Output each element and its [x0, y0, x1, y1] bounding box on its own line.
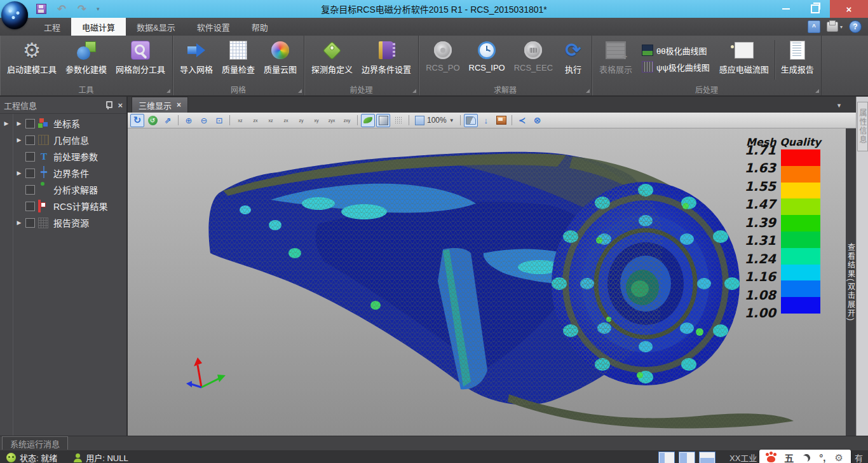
group-expand-icon[interactable] — [815, 89, 819, 93]
rcs-po-button[interactable]: RCS_PO — [421, 38, 464, 74]
quality-contour-button[interactable]: 质量云图 — [259, 38, 301, 76]
tree-item-preprocess-params[interactable]: T 前处理参数 — [0, 148, 126, 165]
tree-item-geometry-info[interactable]: ▶ 几何信息 — [0, 132, 126, 148]
copy-image-button[interactable] — [494, 114, 508, 127]
ime-moon-icon[interactable] — [801, 452, 812, 463]
tree-item-rcs-results[interactable]: RCS计算结果 — [0, 198, 126, 214]
tab-close-icon[interactable]: × — [177, 100, 181, 109]
ime-punct-button[interactable]: °, — [819, 452, 825, 463]
checkbox[interactable] — [25, 135, 35, 145]
viewport-3d[interactable]: Mesh Quality 1.711.63 1.551.47 1.391.31 … — [128, 128, 846, 436]
tab-overflow-icon[interactable]: ▼ — [836, 102, 842, 109]
boundary-condition-button[interactable]: 边界条件设置 — [357, 38, 416, 76]
checkbox[interactable] — [25, 185, 35, 195]
induced-current-map-button[interactable]: 感应电磁流图 — [715, 38, 773, 76]
expander-icon[interactable]: ▶ — [13, 170, 25, 176]
orbit-tool-button[interactable]: ↺ — [146, 114, 159, 127]
expander-icon[interactable]: ▶ — [13, 137, 25, 143]
view-right-button[interactable]: zx — [279, 114, 293, 127]
tab-data-display[interactable]: 数据&显示 — [126, 18, 186, 36]
view-iso2-button[interactable]: zxy — [340, 114, 354, 127]
meshing-tool-button[interactable]: 网格剖分工具 — [111, 38, 170, 76]
layout-wide-button[interactable] — [679, 452, 695, 463]
launch-modeling-tool-button[interactable]: ⚙ 启动建模工具 — [3, 38, 61, 76]
ribbon-collapse-button[interactable]: ^ — [808, 20, 820, 33]
pan-tool-button[interactable]: ⇗ — [161, 114, 175, 127]
share-button[interactable]: ≺ — [515, 114, 529, 127]
layout-left-button[interactable] — [658, 452, 675, 463]
generate-report-button[interactable]: 生成报告 — [776, 38, 818, 76]
tab-project[interactable]: 工程 — [33, 18, 71, 36]
execute-button[interactable]: ⟳ 执行 — [557, 38, 589, 76]
expander-icon[interactable]: ▶ — [13, 219, 25, 226]
expander-icon[interactable]: ▶ — [13, 120, 25, 127]
pin-icon[interactable] — [104, 100, 112, 109]
clear-view-button[interactable]: ⊗ — [531, 114, 545, 127]
view-top-button[interactable]: zy — [294, 114, 308, 127]
checkbox[interactable] — [25, 152, 35, 162]
tab-em-computation[interactable]: 电磁计算 — [71, 18, 126, 36]
zoom-out-button[interactable]: ⊖ — [197, 114, 211, 127]
restore-button[interactable] — [801, 0, 830, 18]
redo-button[interactable]: ↷ — [76, 3, 88, 15]
root-expander-icon[interactable]: ▶ — [0, 120, 13, 127]
results-strip-tab[interactable]: 查看结果(双击展开) — [846, 128, 856, 436]
table-display-button[interactable]: 表格展示 — [595, 38, 637, 76]
chevron-down-icon: ▾ — [840, 24, 843, 30]
tab-property-info[interactable]: 属性信息 — [857, 102, 868, 151]
solver-grid-icon — [524, 41, 542, 59]
shaded-render-button[interactable] — [361, 114, 375, 127]
wireframe-render-button[interactable] — [391, 114, 405, 127]
view-left-button[interactable]: xz — [264, 114, 278, 127]
zoom-fit-button[interactable]: ⊡ — [212, 114, 226, 127]
checkbox[interactable] — [25, 202, 35, 211]
tab-software-settings[interactable]: 软件设置 — [186, 18, 241, 36]
ime-gear-icon[interactable]: ⚙ — [835, 452, 843, 463]
rcs-eec-button[interactable]: RCS_EEC — [510, 38, 557, 74]
rotate-tool-button[interactable]: ↻ — [130, 114, 144, 127]
surface-render-button[interactable] — [376, 114, 390, 127]
psi-polar-curve-button[interactable]: ψψ极化曲线图 — [637, 59, 715, 75]
section-view-button[interactable] — [464, 114, 478, 127]
export-view-button[interactable]: ↓ — [479, 114, 493, 127]
panel-close-icon[interactable]: × — [118, 100, 123, 110]
group-expand-icon[interactable] — [166, 89, 170, 93]
layout-bottom-button[interactable] — [699, 452, 715, 463]
style-switch-button[interactable]: ▾ — [827, 22, 843, 32]
quality-check-button[interactable]: 质量检查 — [217, 38, 259, 76]
tree-item-coordinate-system[interactable]: ▶ ▶ 坐标系 — [0, 115, 126, 132]
zoom-in-button[interactable]: ⊕ — [182, 114, 196, 127]
view-back-button[interactable]: zx — [248, 114, 262, 127]
tab-system-messages[interactable]: 系统运行消息 — [2, 436, 68, 450]
ime-paw-icon[interactable] — [767, 456, 775, 462]
tree-item-boundary-condition[interactable]: ▶ ┿ 边界条件 — [0, 165, 126, 181]
ime-mode-button[interactable]: 五 — [784, 451, 794, 463]
rcs-ipo-button[interactable]: RCS_IPO — [465, 38, 510, 74]
qat-dropdown-icon[interactable]: ▾ — [97, 6, 100, 12]
group-expand-icon[interactable] — [586, 89, 590, 93]
save-button[interactable] — [36, 3, 47, 15]
app-logo-icon[interactable] — [1, 1, 28, 29]
view-front-button[interactable]: xz — [233, 114, 247, 127]
checkbox[interactable] — [25, 218, 35, 228]
view-iso1-button[interactable]: zyx — [325, 114, 339, 127]
minimize-button[interactable] — [771, 0, 801, 18]
zoom-level-select[interactable]: 100% ▼ — [412, 116, 457, 125]
tree-item-report-resources[interactable]: ▶ 报告资源 — [0, 214, 126, 231]
checkbox[interactable] — [25, 169, 35, 178]
help-button[interactable]: ? — [849, 20, 862, 33]
image-icon — [496, 116, 506, 125]
tab-help[interactable]: 帮助 — [241, 18, 279, 36]
view-bottom-button[interactable]: xy — [309, 114, 323, 127]
tree-item-analysis-solver[interactable]: 分析求解器 — [0, 181, 126, 198]
group-expand-icon[interactable] — [298, 89, 302, 93]
import-mesh-button[interactable]: 导入网格 — [175, 38, 217, 76]
theta-polar-curve-button[interactable]: θθ极化曲线图 — [637, 42, 715, 59]
group-expand-icon[interactable] — [412, 89, 416, 93]
checkbox[interactable] — [25, 119, 35, 128]
undo-button[interactable]: ↶ — [56, 3, 67, 15]
close-button[interactable]: × — [830, 0, 868, 18]
parametric-modeling-button[interactable]: 参数化建模 — [61, 38, 111, 76]
tab-3d-display[interactable]: 三维显示 × — [132, 97, 188, 113]
probe-angle-button[interactable]: 探测角定义 — [307, 38, 357, 76]
